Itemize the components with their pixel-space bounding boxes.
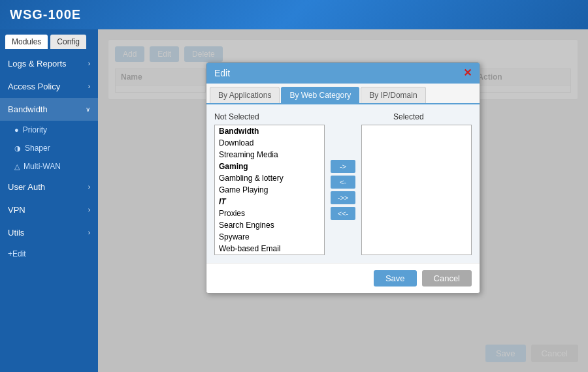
sidebar-item-label: Logs & Reports (8, 59, 67, 69)
sidebar-item-priority[interactable]: ● Priority (0, 121, 98, 139)
chevron-right-icon: › (88, 229, 90, 236)
circle-icon: ● (14, 126, 19, 134)
not-selected-label: Not Selected (214, 112, 365, 121)
sidebar-nav: Logs & Reports › Access Policy › Bandwid… (0, 52, 98, 264)
list-item[interactable]: Game Playing (215, 184, 324, 196)
sidebar-item-access-policy[interactable]: Access Policy › (0, 75, 98, 98)
transfer-buttons: -> <- ->> <<- (329, 125, 357, 255)
list-item[interactable]: Web-based Email (215, 243, 324, 255)
sidebar-item-multi-wan[interactable]: △ Multi-WAN (0, 157, 98, 176)
list-item[interactable]: Spyware (215, 231, 324, 243)
save-button[interactable]: Save (374, 270, 417, 287)
selected-list[interactable] (361, 125, 472, 255)
edit-dialog: Edit ✕ By Applications By Web Category B… (206, 62, 480, 294)
main-layout: Modules Config Logs & Reports › Access P… (0, 29, 588, 372)
sidebar-item-bandwidth[interactable]: Bandwidth ∨ (0, 98, 98, 121)
tab-by-web-category[interactable]: By Web Category (281, 87, 359, 103)
dialog-body: Not Selected Selected BandwidthDownloadS… (206, 104, 480, 263)
chevron-right-icon: › (88, 206, 90, 213)
chevron-down-icon: ∨ (86, 106, 90, 113)
move-all-left-button[interactable]: <<- (331, 207, 355, 220)
dialog-header: Edit ✕ (206, 63, 480, 84)
main-content: Add Edit Delete Name Bandwidth Direction… (98, 29, 588, 372)
list-item[interactable]: Proxies (215, 208, 324, 219)
sidebar: Modules Config Logs & Reports › Access P… (0, 29, 98, 372)
sidebar-item-label: User Auth (8, 182, 45, 192)
selector-row: BandwidthDownloadStreaming MediaGamingGa… (214, 125, 472, 255)
edit-link[interactable]: +Edit (0, 244, 98, 264)
sidebar-item-vpn[interactable]: VPN › (0, 198, 98, 221)
sidebar-item-user-auth[interactable]: User Auth › (0, 176, 98, 198)
chevron-right-icon: › (88, 183, 90, 191)
not-selected-list[interactable]: BandwidthDownloadStreaming MediaGamingGa… (214, 125, 325, 255)
dialog-title: Edit (214, 68, 230, 78)
sidebar-item-label: Bandwidth (8, 104, 48, 114)
dialog-container: Edit ✕ By Applications By Web Category B… (118, 49, 568, 352)
sidebar-item-utils[interactable]: Utils › (0, 221, 98, 244)
dialog-tabs: By Applications By Web Category By IP/Do… (206, 84, 480, 104)
list-item[interactable]: Gambling & lottery (215, 172, 324, 184)
sidebar-item-shaper[interactable]: ◑ Shaper (0, 139, 98, 157)
half-circle-icon: ◑ (14, 144, 21, 153)
sidebar-item-label: Access Policy (8, 82, 60, 91)
sidebar-sub-label: Multi-WAN (24, 162, 61, 171)
chevron-right-icon: › (88, 60, 90, 67)
move-left-button[interactable]: <- (331, 176, 355, 189)
sidebar-tabs: Modules Config (0, 29, 98, 49)
list-item[interactable]: Download (215, 137, 324, 149)
dialog-close-button[interactable]: ✕ (463, 68, 472, 78)
app-header: WSG-100E (0, 0, 588, 29)
tab-by-applications[interactable]: By Applications (210, 87, 280, 103)
dialog-footer: Save Cancel (206, 263, 480, 293)
selector-labels: Not Selected Selected (214, 112, 472, 121)
cancel-button[interactable]: Cancel (422, 270, 472, 287)
tab-modules[interactable]: Modules (5, 35, 48, 49)
triangle-icon: △ (14, 163, 20, 171)
sidebar-item-logs-reports[interactable]: Logs & Reports › (0, 52, 98, 75)
tab-by-ip-domain[interactable]: By IP/Domain (361, 87, 425, 103)
list-item[interactable]: Bandwidth (215, 125, 324, 137)
app-title: WSG-100E (10, 7, 81, 22)
sidebar-sub-label: Priority (23, 125, 47, 134)
list-item[interactable]: Computing & Technology (215, 255, 324, 255)
move-all-right-button[interactable]: ->> (331, 191, 355, 204)
move-right-button[interactable]: -> (331, 160, 355, 173)
list-item[interactable]: Streaming Media (215, 149, 324, 161)
sidebar-item-label: Utils (8, 228, 24, 238)
sidebar-sub-label: Shaper (25, 144, 50, 153)
tab-config[interactable]: Config (50, 35, 86, 49)
chevron-right-icon: › (88, 83, 90, 90)
sidebar-item-label: VPN (8, 205, 25, 215)
list-item[interactable]: IT (215, 196, 324, 208)
list-item[interactable]: Gaming (215, 161, 324, 172)
list-item[interactable]: Search Engines (215, 219, 324, 231)
selected-label: Selected (393, 112, 472, 121)
